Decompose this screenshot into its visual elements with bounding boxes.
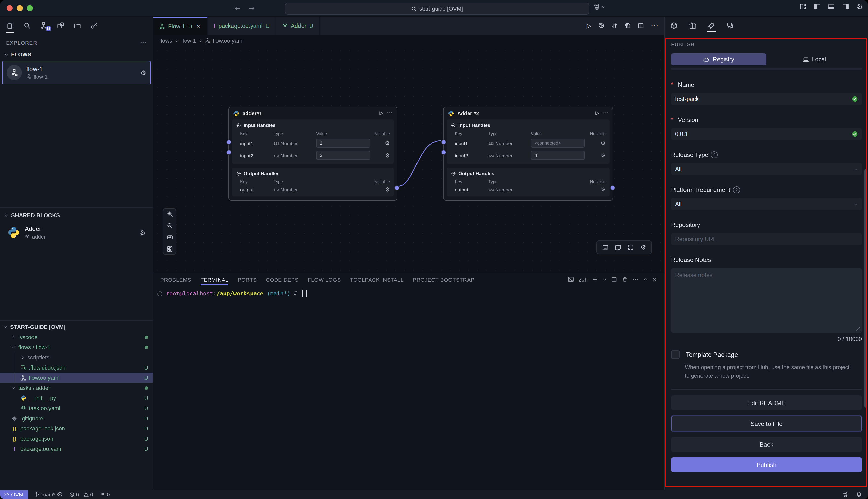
value-input[interactable]: 2 [316,151,370,160]
node-header[interactable]: adder#1 ▷ ··· [229,107,397,119]
tree-item-flows-flow-1[interactable]: flows / flow-1 [0,342,153,352]
split-terminal-icon[interactable] [611,277,618,282]
run-node-icon[interactable]: ▷ [596,111,599,116]
tree-item-gitignore[interactable]: .gitignore U [0,413,153,423]
value-input[interactable]: <connected> [531,138,585,148]
platform-requirement-select[interactable]: All [671,198,862,210]
command-center-search[interactable]: start-guide [OVM] [285,2,589,15]
nullable-gear-icon[interactable]: ⚙ [385,187,390,192]
shared-block-gear-icon[interactable]: ⚙ [140,229,146,236]
tree-item-flow-ui-json[interactable]: .flow.ui.oo.json U [0,363,153,373]
more-actions-icon[interactable]: ··· [633,277,638,282]
flows-section-header[interactable]: FLOWS [0,49,153,60]
resize-handle[interactable] [856,327,860,331]
customize-layout-icon[interactable] [800,3,807,10]
help-icon[interactable]: ? [711,151,718,158]
tree-item-init-py[interactable]: __init__.py U [0,393,153,403]
shared-blocks-section-header[interactable]: SHARED BLOCKS [0,210,153,221]
tab-local[interactable]: Local [767,53,862,65]
tab-project-bootstrap[interactable]: PROJECT BOOTSTRAP [413,275,474,284]
input-handle-dot[interactable] [227,150,231,155]
search-activity-icon[interactable] [22,20,32,32]
node-adder-2[interactable]: Adder #2 ▷ ··· Input Handles Key Type Va… [443,107,613,200]
nullable-gear-icon[interactable]: ⚙ [385,153,390,158]
remote-indicator[interactable]: OVM [0,490,28,499]
tab-flow-logs[interactable]: FLOW LOGS [308,275,341,284]
publish-button[interactable]: Publish [671,458,862,472]
minimap-icon[interactable] [615,244,622,251]
package-cube-icon[interactable] [670,17,678,35]
tree-item-scriptlets[interactable]: scriptlets [0,352,153,363]
gift-icon[interactable] [689,17,696,35]
maximize-panel-icon[interactable] [643,277,647,282]
template-package-checkbox[interactable] [671,350,680,359]
node-menu-icon[interactable]: ··· [387,111,393,116]
run-flow-icon[interactable]: ▷ [587,23,591,29]
nav-forward-icon[interactable]: → [248,4,254,12]
toggle-bottom-panel-icon[interactable] [828,3,835,10]
nullable-gear-icon[interactable]: ⚙ [385,141,390,146]
save-to-file-button[interactable]: Save to File [671,416,862,431]
tab-registry[interactable]: Registry [671,53,767,65]
settings-gear-icon[interactable]: ⚙ [857,3,863,10]
blocks-activity-icon[interactable] [55,20,65,32]
flow-settings-gear-icon[interactable]: ⚙ [140,69,146,76]
flow-canvas[interactable]: adder#1 ▷ ··· Input Handles Key Type Val… [153,46,664,272]
tree-root[interactable]: START-GUIDE [OVM] [0,322,153,332]
tree-item-package-oo-yaml[interactable]: ! package.oo.yaml U [0,444,153,454]
tab-ports[interactable]: PORTS [238,275,257,284]
nullable-gear-icon[interactable]: ⚙ [600,153,606,158]
tab-toolpack-install[interactable]: TOOLPACK INSTALL [350,275,404,284]
output-handle-dot[interactable] [610,185,615,190]
publish-rocket-icon[interactable] [708,17,715,35]
version-field[interactable]: 0.0.1 [671,128,862,140]
console-panel-icon[interactable] [602,244,609,251]
shared-block-adder[interactable]: Adder adder ⚙ [2,222,151,243]
trash-icon[interactable] [622,277,628,282]
problems-status[interactable]: 0 0 [69,491,93,498]
tab-flow-1[interactable]: Flow 1 U × [153,17,207,35]
node-header[interactable]: Adder #2 ▷ ··· [444,107,613,119]
breadcrumb[interactable]: flows flow-1 flow.oo.yaml [153,35,664,46]
zoom-in-icon[interactable] [166,211,173,217]
explorer-more-icon[interactable]: ··· [141,40,147,46]
tab-code-deps[interactable]: CODE DEPS [266,275,298,284]
chevron-down-icon[interactable] [603,277,607,281]
input-handle-dot[interactable] [441,150,446,155]
canvas-settings-gear-icon[interactable]: ⚙ [640,244,646,251]
flows-activity-icon[interactable]: 13 [39,20,49,32]
explorer-files-icon[interactable] [5,20,15,32]
zoom-window-button[interactable] [27,5,33,11]
back-button[interactable]: Back [671,437,862,452]
name-field[interactable]: test-pack [671,93,862,105]
input-handle-dot[interactable] [441,139,446,145]
toggle-right-panel-icon[interactable] [842,3,849,10]
tab-problems[interactable]: PROBLEMS [160,275,191,284]
comments-icon[interactable] [726,17,734,35]
tree-item-flow-oo-yaml[interactable]: flow.oo.yaml U [0,373,153,383]
nullable-gear-icon[interactable]: ⚙ [600,187,606,192]
compare-changes-icon[interactable] [611,22,618,29]
node-menu-icon[interactable]: ··· [602,111,609,116]
close-tab-icon[interactable]: × [196,23,201,29]
panel-scrollbar[interactable] [865,169,867,407]
tab-package-oo-yaml[interactable]: ! package.oo.yaml U [207,17,276,35]
tree-item-task-oo-yaml[interactable]: task.oo.yaml U [0,403,153,413]
tab-terminal[interactable]: TERMINAL [200,275,229,284]
release-notes-textarea[interactable]: Release notes [671,268,862,333]
export-file-icon[interactable] [624,22,631,29]
git-branch-status[interactable]: main* [35,491,63,498]
zoom-out-icon[interactable] [166,222,173,229]
close-panel-icon[interactable]: × [652,277,657,282]
auto-layout-icon[interactable] [166,246,173,252]
terminal-output[interactable]: root@localhost:/app/workspace (main*) # [153,286,664,490]
tab-adder[interactable]: Adder U [276,17,320,35]
assistant-menu[interactable] [593,3,606,11]
ports-status[interactable]: 0 [99,491,110,498]
folder-activity-icon[interactable] [72,20,82,32]
help-icon[interactable]: ? [733,186,740,193]
tree-item-package-json[interactable]: {} package.json U [0,434,153,444]
fit-view-icon[interactable] [166,234,173,241]
key-activity-icon[interactable] [89,20,99,32]
tree-item-package-lock-json[interactable]: {} package-lock.json U [0,423,153,434]
